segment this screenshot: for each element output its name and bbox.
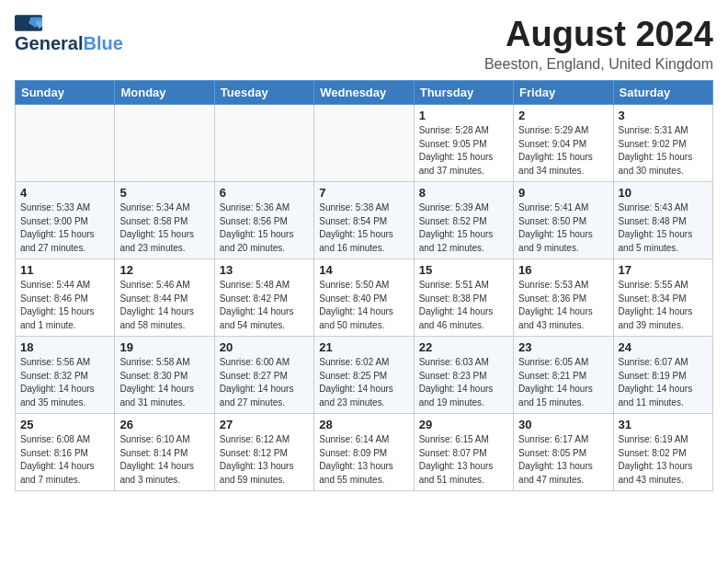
day-number: 1 [419, 109, 508, 122]
day-number: 29 [419, 418, 508, 431]
day-number: 23 [518, 340, 608, 354]
weekday-header-saturday: Saturday [613, 81, 712, 105]
day-info: Sunrise: 5:33 AM Sunset: 9:00 PM Dayligh… [20, 201, 109, 255]
day-number: 3 [619, 109, 708, 122]
day-number: 26 [119, 418, 209, 431]
day-number: 2 [518, 109, 608, 122]
calendar-cell: 14Sunrise: 5:50 AM Sunset: 8:40 PM Dayli… [314, 259, 414, 337]
day-number: 17 [619, 263, 708, 277]
location-title: Beeston, England, United Kingdom [484, 56, 713, 73]
day-info: Sunrise: 6:03 AM Sunset: 8:23 PM Dayligh… [419, 356, 508, 409]
calendar-cell: 17Sunrise: 5:55 AM Sunset: 8:34 PM Dayli… [613, 259, 712, 337]
weekday-header-friday: Friday [514, 81, 613, 105]
calendar-cell: 7Sunrise: 5:38 AM Sunset: 8:54 PM Daylig… [314, 182, 414, 259]
day-number: 16 [518, 263, 608, 277]
day-info: Sunrise: 5:31 AM Sunset: 9:02 PM Dayligh… [619, 124, 708, 178]
day-info: Sunrise: 6:08 AM Sunset: 8:16 PM Dayligh… [20, 433, 109, 487]
day-number: 27 [220, 418, 309, 431]
day-info: Sunrise: 6:00 AM Sunset: 8:27 PM Dayligh… [220, 356, 309, 409]
day-number: 20 [220, 340, 309, 354]
day-info: Sunrise: 5:55 AM Sunset: 8:34 PM Dayligh… [619, 279, 708, 332]
week-row-1: 1Sunrise: 5:28 AM Sunset: 9:05 PM Daylig… [16, 105, 713, 182]
day-number: 9 [518, 186, 608, 200]
calendar-cell: 15Sunrise: 5:51 AM Sunset: 8:38 PM Dayli… [414, 259, 513, 337]
day-info: Sunrise: 5:28 AM Sunset: 9:05 PM Dayligh… [419, 124, 508, 178]
calendar-cell: 30Sunrise: 6:17 AM Sunset: 8:05 PM Dayli… [514, 414, 613, 491]
day-info: Sunrise: 6:14 AM Sunset: 8:09 PM Dayligh… [319, 433, 408, 487]
calendar-cell: 12Sunrise: 5:46 AM Sunset: 8:44 PM Dayli… [115, 259, 214, 337]
weekday-header-row: SundayMondayTuesdayWednesdayThursdayFrid… [16, 81, 713, 105]
day-number: 10 [619, 186, 708, 200]
weekday-header-monday: Monday [115, 81, 214, 105]
day-number: 30 [518, 418, 608, 431]
calendar-cell [214, 105, 313, 182]
day-number: 24 [619, 340, 708, 354]
day-number: 31 [619, 418, 708, 431]
logo: GeneralBlue [15, 15, 123, 54]
calendar-cell: 21Sunrise: 6:02 AM Sunset: 8:25 PM Dayli… [314, 337, 414, 414]
day-info: Sunrise: 6:02 AM Sunset: 8:25 PM Dayligh… [319, 356, 408, 409]
day-info: Sunrise: 6:05 AM Sunset: 8:21 PM Dayligh… [518, 356, 608, 409]
calendar-cell [314, 105, 414, 182]
calendar-cell: 5Sunrise: 5:34 AM Sunset: 8:58 PM Daylig… [115, 182, 214, 259]
day-number: 22 [419, 340, 508, 354]
day-info: Sunrise: 6:10 AM Sunset: 8:14 PM Dayligh… [119, 433, 209, 487]
week-row-5: 25Sunrise: 6:08 AM Sunset: 8:16 PM Dayli… [16, 414, 713, 491]
day-info: Sunrise: 5:51 AM Sunset: 8:38 PM Dayligh… [419, 279, 508, 332]
day-info: Sunrise: 5:46 AM Sunset: 8:44 PM Dayligh… [119, 279, 209, 332]
day-info: Sunrise: 5:56 AM Sunset: 8:32 PM Dayligh… [20, 356, 109, 409]
day-info: Sunrise: 5:29 AM Sunset: 9:04 PM Dayligh… [518, 124, 608, 178]
weekday-header-sunday: Sunday [16, 81, 115, 105]
calendar-cell: 16Sunrise: 5:53 AM Sunset: 8:36 PM Dayli… [514, 259, 613, 337]
week-row-2: 4Sunrise: 5:33 AM Sunset: 9:00 PM Daylig… [16, 182, 713, 259]
calendar-cell: 6Sunrise: 5:36 AM Sunset: 8:56 PM Daylig… [214, 182, 313, 259]
day-info: Sunrise: 5:41 AM Sunset: 8:50 PM Dayligh… [518, 201, 608, 255]
day-number: 6 [220, 186, 309, 200]
day-info: Sunrise: 5:58 AM Sunset: 8:30 PM Dayligh… [119, 356, 209, 409]
calendar-cell: 10Sunrise: 5:43 AM Sunset: 8:48 PM Dayli… [613, 182, 712, 259]
calendar-cell: 19Sunrise: 5:58 AM Sunset: 8:30 PM Dayli… [115, 337, 214, 414]
day-number: 13 [220, 263, 309, 277]
day-info: Sunrise: 5:43 AM Sunset: 8:48 PM Dayligh… [619, 201, 708, 255]
day-number: 14 [319, 263, 408, 277]
weekday-header-wednesday: Wednesday [314, 81, 414, 105]
calendar-cell [16, 105, 115, 182]
title-block: August 2024 Beeston, England, United Kin… [484, 15, 713, 73]
calendar-cell: 25Sunrise: 6:08 AM Sunset: 8:16 PM Dayli… [16, 414, 115, 491]
calendar-cell: 1Sunrise: 5:28 AM Sunset: 9:05 PM Daylig… [414, 105, 513, 182]
month-title: August 2024 [484, 15, 713, 54]
day-number: 7 [319, 186, 408, 200]
calendar-cell: 31Sunrise: 6:19 AM Sunset: 8:02 PM Dayli… [613, 414, 712, 491]
day-number: 5 [119, 186, 209, 200]
calendar-cell: 22Sunrise: 6:03 AM Sunset: 8:23 PM Dayli… [414, 337, 513, 414]
day-info: Sunrise: 5:53 AM Sunset: 8:36 PM Dayligh… [518, 279, 608, 332]
day-number: 11 [20, 263, 109, 277]
day-number: 18 [20, 340, 109, 354]
logo-general: General [15, 33, 83, 54]
week-row-3: 11Sunrise: 5:44 AM Sunset: 8:46 PM Dayli… [16, 259, 713, 337]
calendar-cell: 28Sunrise: 6:14 AM Sunset: 8:09 PM Dayli… [314, 414, 414, 491]
calendar-cell: 8Sunrise: 5:39 AM Sunset: 8:52 PM Daylig… [414, 182, 513, 259]
page-header: GeneralBlue August 2024 Beeston, England… [15, 15, 713, 73]
calendar-cell: 9Sunrise: 5:41 AM Sunset: 8:50 PM Daylig… [514, 182, 613, 259]
weekday-header-thursday: Thursday [414, 81, 513, 105]
calendar-cell: 27Sunrise: 6:12 AM Sunset: 8:12 PM Dayli… [214, 414, 313, 491]
calendar: SundayMondayTuesdayWednesdayThursdayFrid… [15, 80, 713, 491]
day-info: Sunrise: 5:50 AM Sunset: 8:40 PM Dayligh… [319, 279, 408, 332]
day-number: 19 [119, 340, 209, 354]
calendar-cell: 26Sunrise: 6:10 AM Sunset: 8:14 PM Dayli… [115, 414, 214, 491]
day-info: Sunrise: 5:44 AM Sunset: 8:46 PM Dayligh… [20, 279, 109, 332]
calendar-cell: 20Sunrise: 6:00 AM Sunset: 8:27 PM Dayli… [214, 337, 313, 414]
calendar-cell: 11Sunrise: 5:44 AM Sunset: 8:46 PM Dayli… [16, 259, 115, 337]
day-info: Sunrise: 6:07 AM Sunset: 8:19 PM Dayligh… [619, 356, 708, 409]
day-info: Sunrise: 6:12 AM Sunset: 8:12 PM Dayligh… [220, 433, 309, 487]
day-number: 8 [419, 186, 508, 200]
week-row-4: 18Sunrise: 5:56 AM Sunset: 8:32 PM Dayli… [16, 337, 713, 414]
day-number: 4 [20, 186, 109, 200]
calendar-cell: 29Sunrise: 6:15 AM Sunset: 8:07 PM Dayli… [414, 414, 513, 491]
day-info: Sunrise: 6:19 AM Sunset: 8:02 PM Dayligh… [619, 433, 708, 487]
calendar-cell: 24Sunrise: 6:07 AM Sunset: 8:19 PM Dayli… [613, 337, 712, 414]
day-number: 28 [319, 418, 408, 431]
logo-blue: Blue [83, 33, 122, 54]
day-number: 21 [319, 340, 408, 354]
